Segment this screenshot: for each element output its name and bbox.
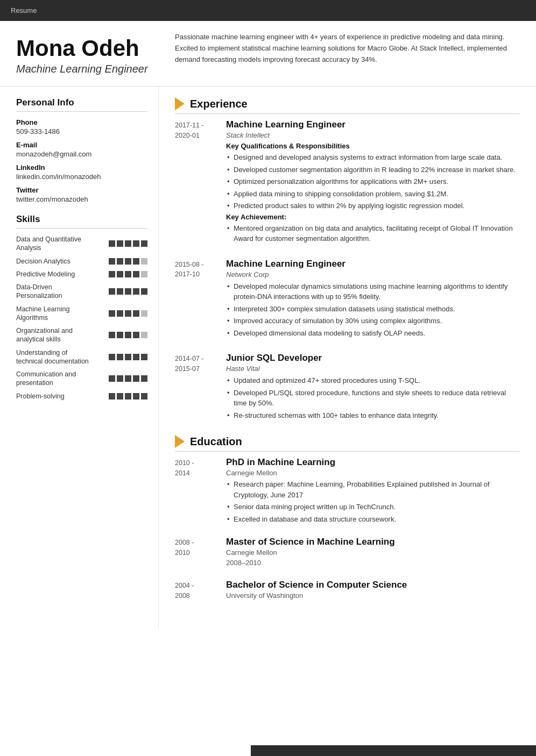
skill-dots: [109, 375, 147, 382]
exp-bullets: Designed and developed analysis systems …: [226, 152, 520, 211]
skill-name: Communication and presentation: [16, 370, 91, 388]
right-column: Experience 2017-11 - 2020-01 Machine Lea…: [159, 87, 536, 629]
dot: [117, 310, 123, 317]
skill-name: Data and Quantitative Analysis: [16, 235, 91, 253]
dot: [117, 288, 123, 295]
skill-name: Machine Learning Algorithms: [16, 305, 91, 323]
exp-date: 2014-07 - 2015-07: [175, 353, 226, 422]
left-column: Personal Info Phone 509-333-1486 E-mail …: [0, 87, 159, 629]
twitter-label: Twitter: [16, 186, 147, 194]
edu-bullet: Research paper: Machine Learning, Probab…: [226, 479, 520, 500]
experience-icon: [175, 97, 185, 110]
exp-bullet: Improved accuracy of simulation by 30% u…: [226, 316, 520, 326]
skill-name: Data-Driven Personalization: [16, 283, 91, 301]
edu-school: Carnegie Mellon: [226, 469, 520, 477]
education-icon: [175, 435, 185, 448]
exp-bullets: Updated and optimized 47+ stored procedu…: [226, 375, 520, 420]
exp-bullet: Developed PL/SQL stored procedure, funct…: [226, 388, 520, 409]
candidate-name: Mona Odeh: [16, 36, 148, 61]
dot: [117, 393, 123, 400]
exp-company: Haste Vital: [226, 365, 520, 373]
dot: [117, 258, 123, 265]
dot: [117, 375, 123, 382]
dot: [133, 271, 139, 277]
edu-school: Carnegie Mellon: [226, 548, 520, 557]
exp-bullet: Developed customer segmentation algorith…: [226, 165, 520, 175]
edu-content: PhD in Machine Learning Carnegie Mellon …: [226, 457, 520, 526]
dot-empty: [141, 258, 147, 265]
skill-row: Problem-solving: [16, 392, 147, 401]
dot: [109, 240, 115, 247]
dot: [141, 375, 147, 382]
exp-bullet: Interpreted 300+ complex simulation data…: [226, 304, 520, 315]
exp-date: 2015-08 - 2017-10: [175, 259, 226, 340]
dot-empty: [141, 332, 147, 338]
exp-company: Stack Intellect: [226, 131, 520, 139]
exp-bullet: Developed molecular dynamics simulations…: [226, 281, 520, 302]
edu-bullets: Research paper: Machine Learning, Probab…: [226, 479, 520, 524]
edu-date: 2004 - 2008: [175, 580, 226, 602]
exp-sub-label: Key Qualifications & Responsibilities: [226, 142, 520, 150]
dot: [117, 332, 123, 338]
candidate-title: Machine Learning Engineer: [16, 63, 148, 75]
edu-content: Master of Science in Machine Learning Ca…: [226, 537, 520, 569]
edu-content: Bachelor of Science in Computer Science …: [226, 580, 520, 602]
top-bar-label: Resume: [11, 6, 37, 15]
phone-value: 509-333-1486: [16, 127, 147, 135]
dot-empty: [141, 271, 147, 277]
skill-row: Machine Learning Algorithms: [16, 305, 147, 323]
skill-row: Predictive Modeling: [16, 270, 147, 279]
skill-dots: [109, 354, 147, 360]
dot: [125, 393, 131, 400]
edu-extra: 2008–2010: [226, 559, 520, 567]
dot-empty: [141, 310, 147, 317]
phone-label: Phone: [16, 118, 147, 126]
dot: [141, 354, 147, 360]
dot: [133, 258, 139, 265]
exp-achievement-label: Key Achievement:: [226, 213, 520, 221]
dot: [133, 240, 139, 247]
personal-info-title: Personal Info: [16, 97, 147, 112]
exp-bullets: Developed molecular dynamics simulations…: [226, 281, 520, 339]
email-label: E-mail: [16, 141, 147, 149]
exp-bullet: Developed dimensional data modeling to s…: [226, 328, 520, 339]
dot: [109, 271, 115, 277]
education-section-header: Education: [175, 435, 520, 452]
skill-row: Data-Driven Personalization: [16, 283, 147, 301]
linkedin-value: linkedin.com/in/monazodeh: [16, 173, 147, 181]
summary-text: Passionate machine learning engineer wit…: [159, 21, 536, 76]
exp-content: Machine Learning Engineer Stack Intellec…: [226, 119, 520, 246]
dot: [141, 288, 147, 295]
dot: [109, 375, 115, 382]
dot: [125, 332, 131, 338]
skill-row: Understanding of technical documentation: [16, 348, 147, 366]
header-left: Mona Odeh Machine Learning Engineer: [0, 21, 159, 86]
skill-name: Problem-solving: [16, 392, 91, 401]
skill-row: Data and Quantitative Analysis: [16, 235, 147, 253]
dot: [125, 240, 131, 247]
skill-name: Decision Analytics: [16, 257, 91, 266]
exp-role: Machine Learning Engineer: [226, 259, 520, 269]
dot: [125, 271, 131, 277]
edu-bullet: Excelled in database and data structure …: [226, 514, 520, 525]
exp-date: 2017-11 - 2020-01: [175, 119, 226, 246]
skill-dots: [109, 393, 147, 400]
skill-row: Communication and presentation: [16, 370, 147, 388]
skill-dots: [109, 240, 147, 247]
edu-degree: Bachelor of Science in Computer Science: [226, 580, 520, 590]
dot: [109, 332, 115, 338]
top-bar: Resume: [0, 0, 536, 21]
skill-dots: [109, 258, 147, 265]
dot: [109, 258, 115, 265]
exp-achievement-bullets: Mentored organization on big data and an…: [226, 223, 520, 244]
exp-role: Machine Learning Engineer: [226, 119, 520, 130]
exp-company: Network Corp: [226, 270, 520, 279]
dot: [109, 288, 115, 295]
exp-content: Junior SQL Developer Haste Vital Updated…: [226, 353, 520, 422]
skill-row: Decision Analytics: [16, 257, 147, 266]
education-title: Education: [190, 436, 242, 448]
dot: [109, 354, 115, 360]
exp-bullet: Predicted product sales to within 2% by …: [226, 201, 520, 211]
edu-school: University of Washington: [226, 591, 520, 600]
dot: [109, 310, 115, 317]
